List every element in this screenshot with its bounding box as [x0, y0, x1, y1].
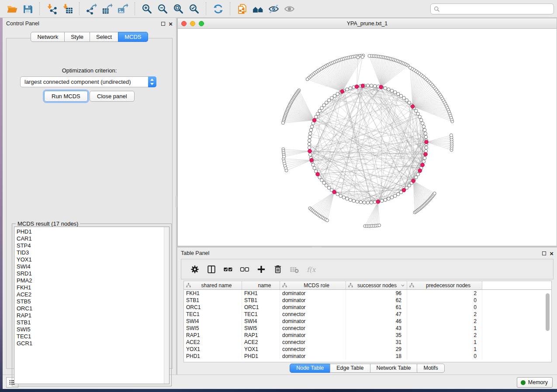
network-graph-canvas[interactable]: [178, 29, 557, 246]
mcds-result-item[interactable]: YOX1: [17, 256, 169, 263]
table-row[interactable]: RAP1RAP1dominator352: [184, 332, 551, 339]
mcds-result-item[interactable]: ORC1: [17, 305, 169, 312]
table-cell: FKH1: [242, 290, 280, 297]
mcds-result-item[interactable]: STP4: [17, 242, 169, 249]
mcds-result-item[interactable]: RAP1: [17, 312, 169, 319]
mcds-result-item[interactable]: GCR1: [17, 340, 169, 347]
clear-checkboxes-button[interactable]: [236, 262, 253, 277]
table-row[interactable]: FKH1FKH1dominator962: [184, 290, 551, 297]
column-header-name[interactable]: name: [242, 281, 280, 289]
memory-label: Memory: [528, 379, 548, 385]
mcds-result-item[interactable]: SWI4: [17, 263, 169, 270]
tab-select[interactable]: Select: [90, 32, 118, 42]
column-header-shared-name[interactable]: shared name: [184, 281, 242, 289]
add-column-button[interactable]: [253, 262, 270, 277]
toolbar-group: [230, 2, 301, 15]
network-window-titlebar[interactable]: YPA_prune.txt_1: [178, 18, 557, 29]
save-session-button[interactable]: [20, 2, 35, 15]
import-table-button[interactable]: [59, 2, 75, 15]
table-cell: 1: [407, 325, 482, 332]
table-row[interactable]: PHD1PHD1dominator180: [184, 353, 551, 360]
tab-network[interactable]: Network: [31, 32, 65, 42]
table-cell: 35: [346, 332, 407, 339]
mcds-result-item[interactable]: STB5: [17, 298, 169, 305]
select-stepper-icon: [148, 76, 156, 87]
mcds-result-item[interactable]: PMA2: [17, 277, 169, 284]
table-row[interactable]: YOX1YOX1connector291: [184, 346, 551, 353]
column-layout-button[interactable]: [203, 262, 220, 277]
mcds-result-item[interactable]: STB1: [17, 319, 169, 326]
tab-style[interactable]: Style: [64, 32, 90, 42]
close-table-panel-icon[interactable]: ×: [550, 251, 554, 255]
select-all-checkboxes-button[interactable]: [220, 262, 236, 277]
optimization-criterion-select[interactable]: largest connected component (undirected): [20, 76, 156, 87]
float-panel-icon[interactable]: [161, 22, 165, 26]
search-box[interactable]: [430, 3, 554, 14]
mcds-list-scrollbar[interactable]: [164, 227, 169, 384]
run-mcds-button[interactable]: Run MCDS: [44, 91, 88, 102]
column-header-label: successor nodes: [353, 282, 401, 289]
table-cell: 1: [407, 346, 482, 353]
import-network-button[interactable]: [44, 2, 59, 15]
table-row[interactable]: ACE2ACE2connector311: [184, 339, 551, 346]
mcds-result-item[interactable]: SWI5: [17, 326, 169, 333]
table-cell: dominator: [280, 297, 346, 304]
float-table-panel-icon[interactable]: [542, 251, 546, 255]
tab-network-table[interactable]: Network Table: [370, 364, 418, 373]
mcds-result-item[interactable]: ACE2: [17, 291, 169, 298]
column-header-successor-nodes[interactable]: successor nodes: [346, 281, 407, 289]
first-neighbors-button[interactable]: [250, 2, 266, 15]
export-table-button[interactable]: [99, 2, 115, 15]
table-cell: dominator: [280, 290, 346, 297]
mcds-tab-content: Optimization criterion: largest connecte…: [6, 38, 173, 369]
table-cell: ACE2: [184, 339, 242, 346]
table-row[interactable]: SWI5SWI5connector431: [184, 325, 551, 332]
table-cell: 1: [407, 339, 482, 346]
table-scrollbar: [546, 292, 550, 361]
column-header-label: predecessor nodes: [415, 282, 482, 289]
tab-node-table[interactable]: Node Table: [290, 364, 330, 373]
mcds-result-item[interactable]: TID3: [17, 249, 169, 256]
close-panel-icon[interactable]: ×: [169, 22, 173, 26]
table-cell: 18: [346, 353, 407, 360]
table-cell: connector: [280, 339, 346, 346]
tab-edge-table[interactable]: Edge Table: [330, 364, 370, 373]
network-from-file-button[interactable]: [234, 2, 250, 15]
tab-mcds[interactable]: MCDS: [118, 32, 148, 42]
apply-layout-button[interactable]: [210, 2, 226, 15]
hide-selected-button[interactable]: [266, 2, 281, 15]
column-header-MCDS-role[interactable]: MCDS role: [280, 281, 346, 289]
mcds-result-item[interactable]: FKH1: [17, 284, 169, 291]
mcds-result-item[interactable]: PHD1: [17, 228, 169, 235]
close-panel-button[interactable]: Close panel: [90, 91, 135, 102]
memory-button[interactable]: Memory: [517, 377, 553, 388]
table-row[interactable]: SWI4SWI4dominator462: [184, 318, 551, 325]
table-row[interactable]: TEC1TEC1connector472: [184, 311, 551, 318]
zoom-out-button[interactable]: [155, 2, 170, 15]
open-file-button[interactable]: [4, 2, 20, 15]
mcds-result-item[interactable]: TEC1: [17, 333, 169, 340]
mcds-result-item[interactable]: CAR1: [17, 235, 169, 242]
save-session-icon: [22, 3, 33, 14]
column-type-icon: [348, 282, 353, 288]
show-all-button[interactable]: [281, 2, 297, 15]
zoom-in-button[interactable]: [139, 2, 155, 15]
mcds-result-item[interactable]: SRD1: [17, 270, 169, 277]
table-cell: RAP1: [184, 332, 242, 339]
export-image-button[interactable]: [115, 2, 131, 15]
table-row[interactable]: ORC1ORC1dominator610: [184, 304, 551, 311]
column-header-predecessor-nodes[interactable]: predecessor nodes: [407, 281, 482, 289]
delete-column-button[interactable]: [270, 262, 286, 277]
settings-gear-button[interactable]: [187, 262, 203, 277]
export-network-button[interactable]: [83, 2, 99, 15]
search-icon: [433, 6, 440, 13]
table-scrollbar-thumb[interactable]: [546, 293, 550, 331]
table-cell: 2: [407, 290, 482, 297]
zoom-selected-button[interactable]: [186, 2, 202, 15]
tab-motifs[interactable]: Motifs: [417, 364, 444, 373]
table-cell: STB1: [184, 297, 242, 304]
search-input[interactable]: [440, 6, 551, 12]
table-row[interactable]: STB1STB1dominator620: [184, 297, 551, 304]
delete-table-icon: [290, 265, 299, 274]
zoom-fit-button[interactable]: [170, 2, 186, 15]
